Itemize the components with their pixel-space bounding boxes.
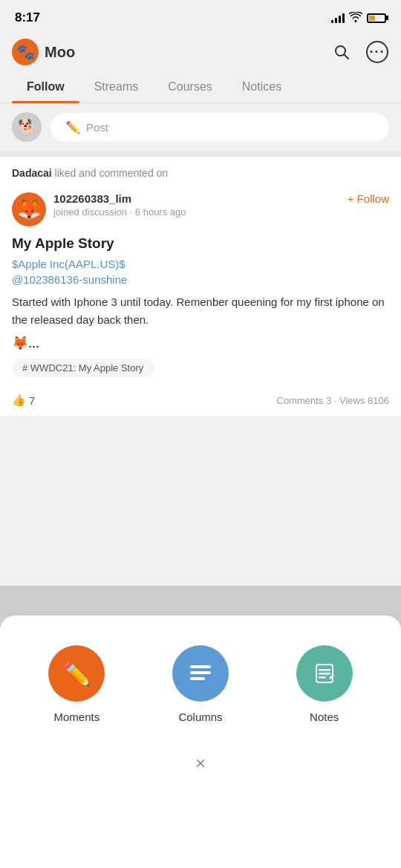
post-footer: 👍 7 Comments 3 · Views 8106 [12,388,389,407]
more-icon: ··· [366,41,388,63]
app-header: 🐾 Moo ··· [0,33,401,71]
post-body: Started with Iphone 3 until today. Remen… [12,293,389,329]
close-icon: × [195,753,206,773]
app-name: Moo [45,44,75,61]
activity-actor: Dadacai [12,167,52,179]
status-icons [331,12,386,25]
post-tag-1[interactable]: $Apple Inc(AAPL.US)$ [12,258,389,270]
moments-action[interactable]: ✏️ Moments [48,645,105,723]
tab-streams[interactable]: Streams [79,71,154,102]
nav-tabs: Follow Streams Courses Notices [0,71,401,103]
wifi-icon [349,12,362,25]
notes-label: Notes [310,711,339,723]
author-avatar: 🦊 [12,192,46,226]
svg-rect-8 [190,677,205,680]
status-time: 8:17 [15,10,40,25]
moments-label: Moments [53,711,100,723]
thumbs-up-icon: 👍 [12,394,26,407]
bottom-sheet-actions: ✏️ Moments Columns [15,645,386,723]
activity-action: liked and commented on [55,167,169,179]
columns-icon [187,660,214,687]
moo-logo-icon: 🐾 [12,39,39,65]
signal-icon [331,13,345,23]
post-card: 🦊 102260383_lim joined discussion · 6 ho… [0,183,401,416]
post-likes: 👍 7 [12,394,35,407]
post-author-row: 🦊 102260383_lim joined discussion · 6 ho… [12,192,389,226]
battery-icon [367,13,386,23]
tab-follow[interactable]: Follow [12,71,79,102]
follow-label: + Follow [348,192,389,205]
more-button[interactable]: ··· [365,40,389,64]
author-name: 102260383_lim [53,192,186,205]
moments-circle: ✏️ [48,645,105,702]
bottom-sheet: ✏️ Moments Columns [0,616,401,868]
svg-rect-7 [190,671,211,674]
svg-rect-10 [319,669,330,671]
user-avatar: 🐕 [12,112,42,142]
svg-line-3 [345,55,349,59]
status-bar: 8:17 [0,0,401,33]
svg-rect-6 [190,665,211,668]
follow-button[interactable]: + Follow [348,192,389,205]
post-bar: 🐕 ✏️ Post [0,103,401,151]
post-tag-2[interactable]: @102386136-sunshine [12,273,389,286]
feed: Dadacai liked and commented on 🦊 1022603… [0,157,401,416]
author-info: 🦊 102260383_lim joined discussion · 6 ho… [12,192,186,226]
header-action-icons: ··· [330,40,389,64]
hashtag-text: # WWDC21: My Apple Story [22,362,143,373]
columns-label: Columns [178,711,222,723]
fox-icon: 🦊 [17,198,41,221]
likes-count: 7 [29,394,35,407]
columns-circle [172,645,229,702]
close-button[interactable]: × [195,753,206,774]
pencil-icon: ✏️ [65,120,80,134]
tab-courses[interactable]: Courses [153,71,227,102]
notes-circle [296,645,353,702]
feed-divider [0,151,401,157]
search-button[interactable] [330,40,353,64]
post-stats: Comments 3 · Views 8106 [277,395,390,406]
post-title: My Apple Story [12,235,389,252]
activity-header: Dadacai liked and commented on [0,157,401,183]
svg-text:🐕: 🐕 [18,118,36,136]
svg-text:🐾: 🐾 [16,43,35,61]
notes-action[interactable]: Notes [296,645,353,723]
author-subtitle: joined discussion · 6 hours ago [53,206,186,218]
author-meta: 102260383_lim joined discussion · 6 hour… [53,192,186,218]
tab-notices[interactable]: Notices [227,71,296,102]
svg-rect-11 [319,673,330,675]
post-placeholder: Post [86,121,108,134]
svg-rect-12 [319,676,326,679]
pencil-moments-icon: ✏️ [63,661,91,687]
post-emoji: 🦊... [12,335,389,351]
notes-icon [311,660,338,687]
post-input[interactable]: ✏️ Post [50,113,389,142]
search-icon [333,43,351,61]
columns-action[interactable]: Columns [172,645,229,723]
post-hashtag[interactable]: # WWDC21: My Apple Story [12,359,154,377]
logo-container: 🐾 Moo [12,39,330,65]
